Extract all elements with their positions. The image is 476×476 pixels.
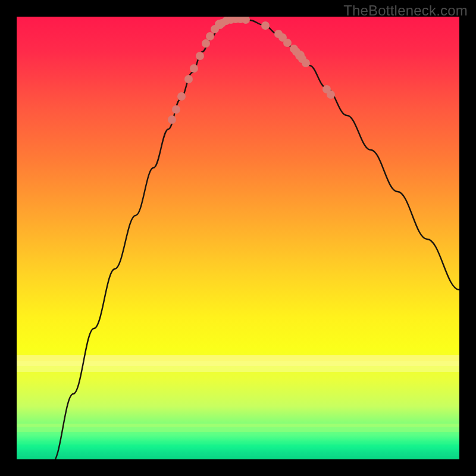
chart-frame: TheBottleneck.com bbox=[0, 0, 476, 476]
curve-marker bbox=[283, 39, 292, 47]
curve-marker bbox=[196, 52, 204, 60]
curve-marker bbox=[327, 90, 335, 99]
curve-layer bbox=[17, 17, 459, 459]
bottleneck-curve bbox=[52, 19, 459, 459]
plot-area bbox=[17, 17, 459, 459]
curve-marker bbox=[242, 17, 250, 24]
curve-marker bbox=[184, 75, 193, 83]
curve-marker bbox=[168, 115, 176, 124]
watermark-text: TheBottleneck.com bbox=[343, 2, 468, 19]
curve-marker bbox=[302, 59, 310, 67]
curve-marker bbox=[177, 92, 186, 101]
curve-marker bbox=[261, 21, 270, 30]
curve-marker bbox=[190, 64, 198, 73]
curve-marker bbox=[172, 105, 180, 114]
curve-marker bbox=[206, 32, 214, 40]
curve-markers bbox=[168, 17, 335, 124]
curve-marker bbox=[202, 39, 210, 48]
